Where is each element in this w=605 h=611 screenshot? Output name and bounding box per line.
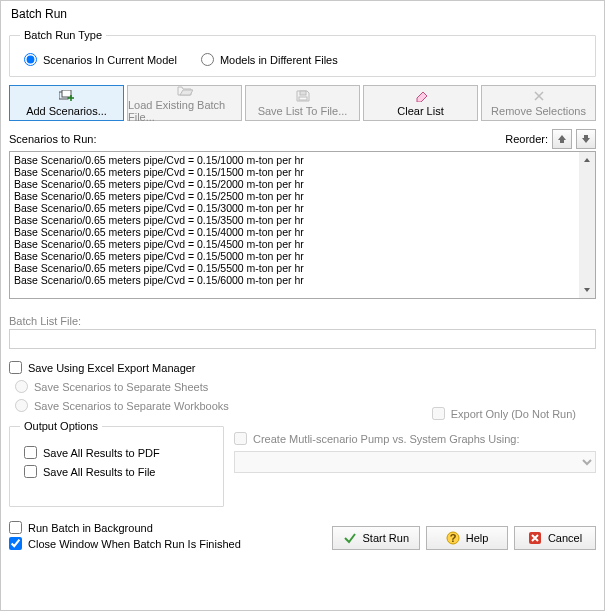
button-label: Remove Selections — [491, 105, 586, 117]
start-run-button[interactable]: Start Run — [332, 526, 420, 550]
reorder-label: Reorder: — [505, 133, 548, 145]
load-batch-file-button: Load Existing Batch File... — [127, 85, 242, 121]
help-button[interactable]: ? Help — [426, 526, 508, 550]
batch-run-dialog: Batch Run Batch Run Type Scenarios In Cu… — [0, 0, 605, 611]
folder-open-icon — [177, 84, 193, 98]
checkbox-label: Save Using Excel Export Manager — [28, 362, 196, 374]
save-list-button: Save List To File... — [245, 85, 360, 121]
multiscenario-select — [234, 451, 596, 473]
radio-scenarios-current-model[interactable]: Scenarios In Current Model — [24, 53, 177, 66]
save-icon — [296, 90, 310, 104]
checkbox-label: Save All Results to File — [43, 466, 156, 478]
radio-models-different-files[interactable]: Models in Different Files — [201, 53, 338, 66]
button-label: Save List To File... — [258, 105, 348, 117]
list-item[interactable]: Base Scenario/0.65 meters pipe/Cvd = 0.1… — [14, 262, 575, 274]
list-item[interactable]: Base Scenario/0.65 meters pipe/Cvd = 0.1… — [14, 178, 575, 190]
scrollbar-vertical[interactable] — [579, 152, 595, 298]
check-icon — [343, 531, 357, 545]
list-item[interactable]: Base Scenario/0.65 meters pipe/Cvd = 0.1… — [14, 166, 575, 178]
scenarios-to-run-label: Scenarios to Run: — [9, 133, 96, 145]
eraser-icon — [413, 90, 429, 104]
button-label: Cancel — [548, 532, 582, 544]
output-options-group: Output Options Save All Results to PDF S… — [9, 420, 224, 507]
help-icon: ? — [446, 531, 460, 545]
export-only-checkbox: Export Only (Do Not Run) — [432, 407, 576, 420]
save-pdf-checkbox[interactable]: Save All Results to PDF — [24, 446, 213, 459]
dialog-title: Batch Run — [9, 5, 596, 29]
scenarios-listbox[interactable]: Base Scenario/0.65 meters pipe/Cvd = 0.1… — [9, 151, 596, 299]
svg-rect-3 — [299, 97, 307, 100]
add-icon — [59, 90, 75, 104]
reorder-controls: Reorder: — [505, 129, 596, 149]
batch-list-file-label: Batch List File: — [9, 315, 596, 327]
create-multiscenario-checkbox: Create Mutli-scenario Pump vs. System Gr… — [234, 432, 596, 445]
checkbox-label: Close Window When Batch Run Is Finished — [28, 538, 241, 550]
list-item[interactable]: Base Scenario/0.65 meters pipe/Cvd = 0.1… — [14, 238, 575, 250]
button-label: Load Existing Batch File... — [128, 99, 241, 123]
move-down-button[interactable] — [576, 129, 596, 149]
save-file-checkbox[interactable]: Save All Results to File — [24, 465, 213, 478]
remove-selections-button: Remove Selections — [481, 85, 596, 121]
radio-separate-sheets: Save Scenarios to Separate Sheets — [15, 380, 596, 393]
radio-label: Save Scenarios to Separate Sheets — [34, 381, 208, 393]
list-item[interactable]: Base Scenario/0.65 meters pipe/Cvd = 0.1… — [14, 274, 575, 286]
radio-label: Save Scenarios to Separate Workbooks — [34, 400, 229, 412]
list-item[interactable]: Base Scenario/0.65 meters pipe/Cvd = 0.1… — [14, 214, 575, 226]
radio-label: Models in Different Files — [220, 54, 338, 66]
cancel-icon — [528, 531, 542, 545]
close-icon — [533, 90, 545, 104]
checkbox-label: Create Mutli-scenario Pump vs. System Gr… — [253, 433, 520, 445]
button-label: Add Scenarios... — [26, 105, 107, 117]
svg-rect-2 — [300, 91, 306, 95]
batch-type-legend: Batch Run Type — [20, 29, 106, 41]
batch-list-file-input[interactable] — [9, 329, 596, 349]
svg-rect-1 — [62, 90, 71, 97]
list-item[interactable]: Base Scenario/0.65 meters pipe/Cvd = 0.1… — [14, 250, 575, 262]
radio-label: Scenarios In Current Model — [43, 54, 177, 66]
save-excel-checkbox[interactable]: Save Using Excel Export Manager — [9, 361, 596, 374]
svg-text:?: ? — [449, 532, 456, 544]
move-up-button[interactable] — [552, 129, 572, 149]
batch-run-type-group: Batch Run Type Scenarios In Current Mode… — [9, 29, 596, 77]
checkbox-label: Save All Results to PDF — [43, 447, 160, 459]
scroll-up-icon[interactable] — [579, 152, 595, 168]
button-label: Clear List — [397, 105, 443, 117]
button-label: Help — [466, 532, 489, 544]
scroll-down-icon[interactable] — [579, 282, 595, 298]
output-legend: Output Options — [20, 420, 102, 432]
run-background-checkbox[interactable]: Run Batch in Background — [9, 521, 241, 534]
clear-list-button[interactable]: Clear List — [363, 85, 478, 121]
checkbox-label: Run Batch in Background — [28, 522, 153, 534]
toolbar: Add Scenarios... Load Existing Batch Fil… — [9, 85, 596, 121]
close-window-checkbox[interactable]: Close Window When Batch Run Is Finished — [9, 537, 241, 550]
arrow-down-icon — [581, 134, 591, 144]
button-label: Start Run — [363, 532, 409, 544]
list-item[interactable]: Base Scenario/0.65 meters pipe/Cvd = 0.1… — [14, 154, 575, 166]
list-item[interactable]: Base Scenario/0.65 meters pipe/Cvd = 0.1… — [14, 226, 575, 238]
list-item[interactable]: Base Scenario/0.65 meters pipe/Cvd = 0.1… — [14, 202, 575, 214]
arrow-up-icon — [557, 134, 567, 144]
cancel-button[interactable]: Cancel — [514, 526, 596, 550]
checkbox-label: Export Only (Do Not Run) — [451, 408, 576, 420]
add-scenarios-button[interactable]: Add Scenarios... — [9, 85, 124, 121]
list-item[interactable]: Base Scenario/0.65 meters pipe/Cvd = 0.1… — [14, 190, 575, 202]
